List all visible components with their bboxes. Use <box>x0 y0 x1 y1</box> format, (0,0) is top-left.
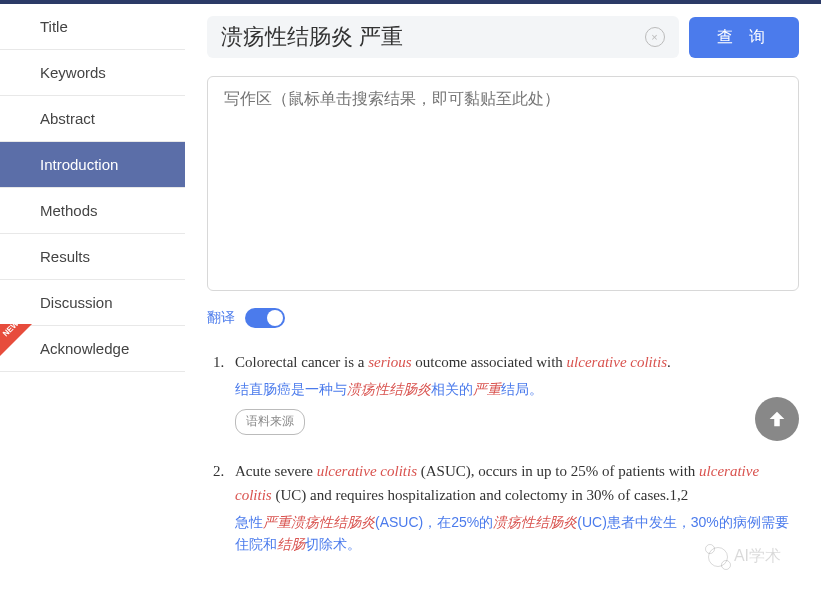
source-button[interactable]: 语料来源 <box>235 409 305 434</box>
result-english: Acute severe ulcerative colitis (ASUC), … <box>235 459 799 507</box>
sidebar: TitleKeywordsAbstractIntroductionMethods… <box>0 4 185 591</box>
result-english: Colorectal cancer is a serious outcome a… <box>235 350 799 374</box>
sidebar-item-abstract[interactable]: Abstract <box>0 96 185 142</box>
writing-area[interactable] <box>207 76 799 291</box>
scroll-top-button[interactable] <box>755 397 799 441</box>
translate-label: 翻译 <box>207 309 235 327</box>
sidebar-item-discussion[interactable]: Discussion <box>0 280 185 326</box>
translate-toggle[interactable] <box>245 308 285 328</box>
clear-icon[interactable]: × <box>645 27 665 47</box>
new-badge: NEW <box>0 324 32 358</box>
sidebar-item-acknowledge[interactable]: AcknowledgeNEW <box>0 326 185 372</box>
container: TitleKeywordsAbstractIntroductionMethods… <box>0 4 821 591</box>
main-content: × 查 询 翻译 1.Colorectal cancer is a seriou… <box>185 4 821 591</box>
result-chinese: 结直肠癌是一种与溃疡性结肠炎相关的严重结局。 <box>235 378 799 400</box>
result-number: 1. <box>213 350 235 435</box>
results-list: 1.Colorectal cancer is a serious outcome… <box>207 350 799 563</box>
sidebar-item-title[interactable]: Title <box>0 4 185 50</box>
toggle-knob <box>267 310 283 326</box>
sidebar-item-methods[interactable]: Methods <box>0 188 185 234</box>
result-body: Colorectal cancer is a serious outcome a… <box>235 350 799 435</box>
translate-row: 翻译 <box>207 308 799 328</box>
search-input[interactable] <box>221 24 645 50</box>
watermark-text: AI学术 <box>734 546 781 567</box>
sidebar-item-keywords[interactable]: Keywords <box>0 50 185 96</box>
query-button[interactable]: 查 询 <box>689 17 799 58</box>
result-number: 2. <box>213 459 235 564</box>
sidebar-item-introduction[interactable]: Introduction <box>0 142 185 188</box>
watermark: AI学术 <box>708 546 781 567</box>
search-row: × 查 询 <box>207 16 799 58</box>
arrow-up-icon <box>766 408 788 430</box>
wechat-icon <box>708 547 728 567</box>
search-box: × <box>207 16 679 58</box>
result-item[interactable]: 1.Colorectal cancer is a serious outcome… <box>213 350 799 435</box>
sidebar-item-results[interactable]: Results <box>0 234 185 280</box>
